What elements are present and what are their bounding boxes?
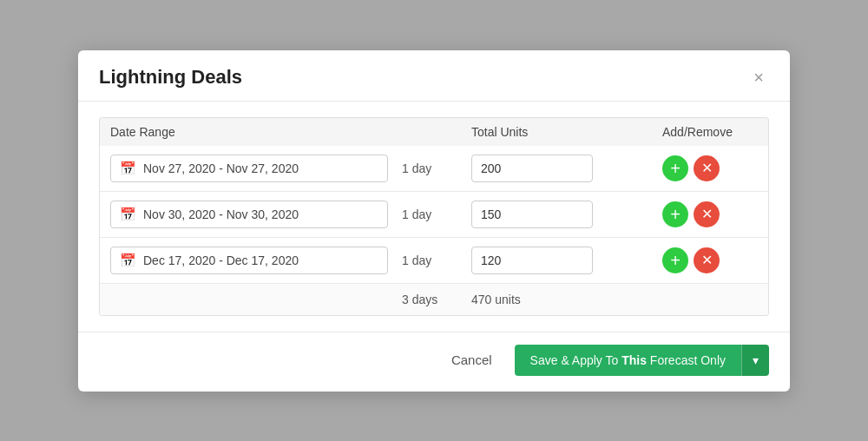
calendar-icon-3: 📅 [120,253,136,268]
date-text-2: Nov 30, 2020 - Nov 30, 2020 [143,207,299,221]
save-button-group: Save & Apply To This Forecast Only ▾ [515,345,769,376]
header-add-remove: Add/Remove [662,125,758,139]
units-input-2[interactable]: 150 [471,201,593,228]
calendar-icon-2: 📅 [120,207,136,222]
day-label-1: 1 day [402,161,471,175]
remove-button-3[interactable]: ✕ [694,247,720,273]
action-buttons-2: + ✕ [662,201,758,227]
remove-button-1[interactable]: ✕ [694,155,720,181]
add-button-2[interactable]: + [662,201,688,227]
table-row: 📅 Nov 27, 2020 - Nov 27, 2020 1 day 200 … [100,146,768,192]
header-total-units: Total Units [471,125,662,139]
action-buttons-1: + ✕ [662,155,758,181]
header-days [402,125,471,139]
date-range-input-2[interactable]: 📅 Nov 30, 2020 - Nov 30, 2020 [110,201,388,228]
modal: Lightning Deals × Date Range Total Units… [78,50,790,392]
save-label-prefix: Save & Apply To [530,353,622,367]
units-input-1[interactable]: 200 [471,155,593,182]
table-row: 📅 Nov 30, 2020 - Nov 30, 2020 1 day 150 … [100,192,768,238]
save-label-suffix: Forecast Only [647,353,726,367]
summary-units: 470 units [471,293,662,306]
chevron-down-icon: ▾ [753,353,759,367]
units-input-3[interactable]: 120 [471,247,593,274]
add-button-1[interactable]: + [662,155,688,181]
modal-overlay: Lightning Deals × Date Range Total Units… [0,0,868,441]
table-row: 📅 Dec 17, 2020 - Dec 17, 2020 1 day 120 … [100,238,768,284]
save-label-bold: This [621,353,647,367]
date-range-input-3[interactable]: 📅 Dec 17, 2020 - Dec 17, 2020 [110,247,388,274]
day-label-3: 1 day [402,253,471,267]
close-button[interactable]: × [748,67,769,88]
action-buttons-3: + ✕ [662,247,758,273]
date-text-3: Dec 17, 2020 - Dec 17, 2020 [143,253,299,267]
save-button[interactable]: Save & Apply To This Forecast Only [515,345,741,376]
units-value-2: 150 [481,207,501,221]
save-dropdown-button[interactable]: ▾ [741,345,769,376]
units-value-3: 120 [481,253,501,267]
modal-footer: Cancel Save & Apply To This Forecast Onl… [78,332,790,392]
date-range-input-1[interactable]: 📅 Nov 27, 2020 - Nov 27, 2020 [110,155,388,182]
table-header: Date Range Total Units Add/Remove [99,117,769,146]
day-label-2: 1 day [402,207,471,221]
calendar-icon-1: 📅 [120,161,136,176]
summary-days: 3 days [402,293,471,306]
add-button-3[interactable]: + [662,247,688,273]
modal-body: Date Range Total Units Add/Remove 📅 Nov … [78,102,790,325]
table-body: 📅 Nov 27, 2020 - Nov 27, 2020 1 day 200 … [99,146,769,316]
modal-title: Lightning Deals [99,66,242,89]
summary-row: 3 days 470 units [100,284,768,315]
cancel-button[interactable]: Cancel [439,346,504,374]
modal-header: Lightning Deals × [78,50,790,102]
units-value-1: 200 [481,161,501,175]
date-text-1: Nov 27, 2020 - Nov 27, 2020 [143,161,299,175]
header-date-range: Date Range [110,125,402,139]
remove-button-2[interactable]: ✕ [694,201,720,227]
